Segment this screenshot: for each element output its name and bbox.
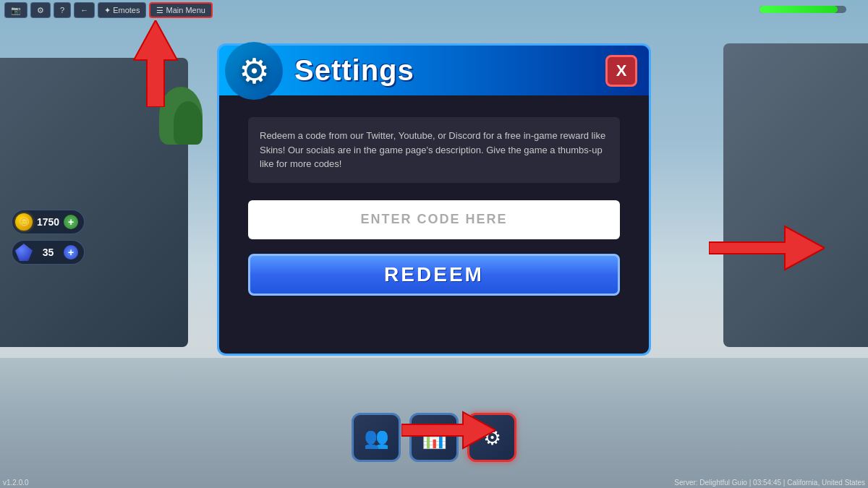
code-input-wrapper [248, 200, 620, 239]
svg-marker-2 [401, 412, 495, 448]
description-text: Redeem a code from our Twitter, Youtube,… [248, 117, 620, 183]
currency-panel: 🪙 1750 + 35 + [12, 210, 85, 265]
settings-gear-icon-large: ⚙ [239, 51, 270, 91]
emotes-button[interactable]: ✦ Emotes [98, 2, 146, 18]
svg-marker-0 [134, 20, 177, 107]
close-icon: X [616, 61, 627, 80]
gems-display: 35 + [12, 240, 85, 265]
settings-small-button[interactable]: ⚙ [30, 2, 51, 18]
header-gear-background: ⚙ [225, 42, 283, 100]
server-label: Server: Delightful Guio | 03:54:45 | Cal… [674, 479, 865, 487]
close-dialog-button[interactable]: X [605, 55, 637, 87]
bg-structure-right [723, 43, 868, 347]
characters-button[interactable]: 👥 [352, 413, 401, 462]
coins-display: 🪙 1750 + [12, 210, 85, 234]
help-button[interactable]: ? [54, 2, 71, 18]
gems-value: 35 [37, 247, 59, 258]
add-gems-button[interactable]: + [64, 245, 78, 260]
dialog-title: Settings [294, 54, 605, 87]
main-menu-button[interactable]: ☰ Main Menu [149, 2, 212, 18]
version-label: v1.2.0.0 [3, 479, 29, 487]
dialog-body: Redeem a code from our Twitter, Youtube,… [217, 95, 651, 356]
arrow-right-indicator [709, 223, 825, 276]
code-input[interactable] [248, 200, 620, 239]
arrow-right-bottom-indicator [401, 408, 495, 455]
coin-icon: 🪙 [15, 213, 33, 231]
settings-dialog: ⚙ Settings X Redeem a code from our Twit… [217, 43, 651, 356]
redeem-button[interactable]: REDEEM [248, 254, 620, 296]
top-navigation-bar: 📷 ⚙ ? ← ✦ Emotes ☰ Main Menu [0, 0, 868, 20]
characters-icon: 👥 [364, 426, 389, 450]
add-coins-button[interactable]: + [64, 215, 78, 229]
svg-marker-1 [709, 226, 825, 270]
back-button[interactable]: ← [74, 2, 95, 18]
screenshot-button[interactable]: 📷 [4, 2, 27, 18]
dialog-header: ⚙ Settings X [217, 43, 651, 95]
gem-icon [15, 244, 33, 261]
bg-trees2 [174, 101, 203, 145]
arrow-up-indicator [127, 20, 184, 107]
coins-value: 1750 [37, 216, 59, 228]
